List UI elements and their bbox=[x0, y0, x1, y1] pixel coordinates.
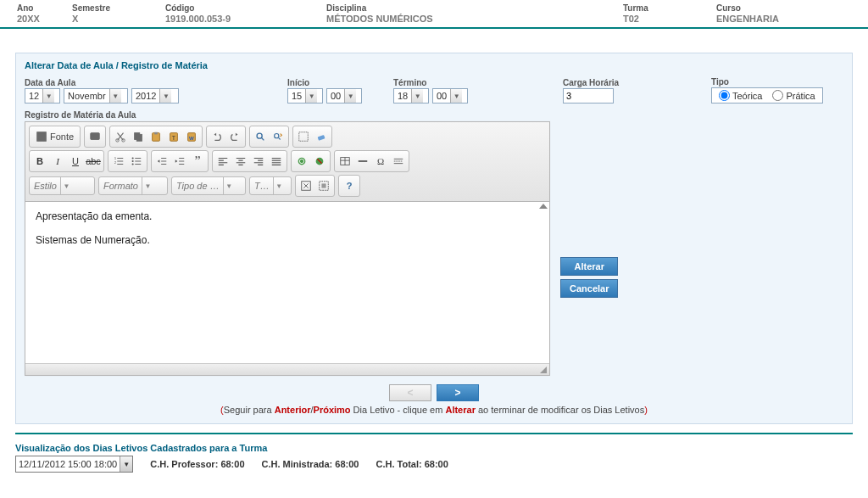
svg-rect-27 bbox=[321, 183, 326, 187]
select-format[interactable]: Formato▼ bbox=[98, 176, 168, 195]
value-codigo: 1919.000.053-9 bbox=[165, 13, 326, 24]
paste-word-icon[interactable]: W bbox=[183, 128, 200, 145]
select-termino-h[interactable]: 18▼ bbox=[393, 88, 429, 104]
numbered-list-icon[interactable]: 12 bbox=[110, 153, 127, 170]
hr-icon[interactable] bbox=[354, 153, 371, 170]
redo-icon[interactable] bbox=[226, 128, 243, 145]
select-day[interactable]: 12▼ bbox=[25, 88, 60, 104]
indent-icon[interactable] bbox=[171, 153, 188, 170]
showblocks-icon[interactable] bbox=[315, 177, 332, 194]
svg-point-14 bbox=[275, 134, 279, 138]
select-inicio-h[interactable]: 15▼ bbox=[287, 88, 323, 104]
edit-panel: Alterar Data de Aula / Registro de Matér… bbox=[15, 53, 853, 424]
svg-point-2 bbox=[93, 135, 95, 137]
find-icon[interactable] bbox=[252, 128, 269, 145]
select-month[interactable]: Novembr▼ bbox=[64, 88, 128, 104]
alterar-button[interactable]: Alterar bbox=[560, 257, 618, 276]
value-turma: T02 bbox=[623, 13, 716, 24]
chevron-down-icon: ▼ bbox=[109, 89, 121, 103]
source-button[interactable]: Fonte bbox=[31, 128, 78, 145]
select-termino-m[interactable]: 00▼ bbox=[432, 88, 468, 104]
navigation-hint: (Seguir para Anterior/Próximo Dia Letivo… bbox=[25, 405, 843, 415]
select-inicio-m[interactable]: 00▼ bbox=[326, 88, 362, 104]
label-data-aula: Data da Aula bbox=[25, 78, 287, 87]
radio-pratica[interactable]: Prática bbox=[772, 90, 815, 101]
svg-rect-8 bbox=[154, 132, 158, 135]
label-codigo: Código bbox=[165, 3, 326, 13]
select-font[interactable]: Tipo de …▼ bbox=[171, 176, 246, 195]
chevron-down-icon: ▼ bbox=[223, 177, 235, 194]
table-icon[interactable] bbox=[337, 153, 353, 170]
selectall-icon[interactable] bbox=[295, 128, 312, 145]
strike-icon[interactable]: abc bbox=[85, 153, 102, 170]
svg-rect-1 bbox=[91, 133, 100, 140]
label-semestre: Semestre bbox=[72, 3, 165, 13]
value-ano: 20XX bbox=[17, 13, 72, 24]
svg-point-19 bbox=[132, 157, 134, 159]
chevron-down-icon: ▼ bbox=[60, 177, 72, 194]
special-char-icon[interactable]: Ω bbox=[372, 153, 389, 170]
align-right-icon[interactable] bbox=[250, 153, 267, 170]
label-inicio: Início bbox=[287, 78, 393, 87]
maximize-icon[interactable] bbox=[298, 177, 314, 194]
outdent-icon[interactable] bbox=[153, 153, 170, 170]
svg-point-20 bbox=[132, 160, 134, 162]
svg-rect-16 bbox=[318, 135, 326, 141]
select-fontsize[interactable]: T…▼ bbox=[249, 176, 292, 195]
align-left-icon[interactable] bbox=[214, 153, 231, 170]
label-carga: Carga Horária bbox=[563, 78, 711, 87]
preview-icon[interactable] bbox=[86, 128, 103, 145]
eraser-icon[interactable] bbox=[313, 128, 330, 145]
svg-point-13 bbox=[257, 133, 262, 138]
select-year[interactable]: 2012▼ bbox=[131, 88, 179, 104]
editor-content-area[interactable]: Apresentação da ementa. Sistemas de Nume… bbox=[25, 202, 549, 363]
chevron-down-icon: ▼ bbox=[305, 89, 317, 103]
label-tipo: Tipo bbox=[711, 77, 843, 87]
label-termino: Término bbox=[393, 78, 563, 87]
bullet-list-icon[interactable] bbox=[128, 153, 145, 170]
editor-toolbar: Fonte T W bbox=[25, 122, 549, 202]
align-center-icon[interactable] bbox=[232, 153, 249, 170]
chevron-down-icon: ▼ bbox=[142, 177, 153, 194]
next-day-button[interactable]: > bbox=[437, 384, 479, 401]
cut-icon[interactable] bbox=[112, 128, 129, 145]
chevron-down-icon: ▼ bbox=[159, 89, 171, 103]
prev-day-button[interactable]: < bbox=[389, 384, 431, 401]
scroll-up-icon[interactable] bbox=[539, 204, 548, 209]
chevron-down-icon: ▼ bbox=[273, 177, 285, 194]
paste-text-icon[interactable]: T bbox=[165, 128, 182, 145]
about-icon[interactable]: ? bbox=[341, 177, 358, 194]
copy-icon[interactable] bbox=[130, 128, 147, 145]
label-registro: Registro de Matéria da Aula bbox=[25, 110, 843, 120]
ch-total: C.H. Total: 68:00 bbox=[376, 459, 448, 469]
bottom-section: Visualização dos Dias Letivos Cadastrado… bbox=[15, 443, 853, 473]
value-semestre: X bbox=[72, 13, 165, 24]
course-info-header: Ano Semestre Código Disciplina Turma Cur… bbox=[0, 0, 868, 25]
content-paragraph: Apresentação da ementa. bbox=[36, 210, 539, 222]
bold-icon[interactable]: B bbox=[31, 153, 48, 170]
blockquote-icon[interactable]: ” bbox=[189, 153, 206, 170]
editor-resize-handle[interactable] bbox=[25, 363, 549, 375]
underline-icon[interactable]: U bbox=[67, 153, 84, 170]
pagebreak-icon[interactable] bbox=[390, 153, 407, 170]
unlink-icon[interactable] bbox=[311, 153, 328, 170]
italic-icon[interactable]: I bbox=[49, 153, 66, 170]
rich-text-editor: Fonte T W bbox=[25, 121, 550, 376]
link-icon[interactable] bbox=[293, 153, 310, 170]
value-curso: ENGENHARIA bbox=[716, 13, 851, 24]
align-justify-icon[interactable] bbox=[268, 153, 285, 170]
chevron-down-icon: ▼ bbox=[120, 456, 132, 472]
chevron-down-icon: ▼ bbox=[450, 89, 462, 103]
ch-ministrada: C.H. Ministrada: 68:00 bbox=[262, 459, 359, 469]
svg-text:2: 2 bbox=[114, 160, 117, 165]
svg-text:T: T bbox=[172, 135, 176, 141]
paste-icon[interactable] bbox=[147, 128, 164, 145]
select-dia-letivo[interactable]: 12/11/2012 15:00 18:00 ▼ bbox=[15, 456, 133, 473]
select-style[interactable]: Estilo▼ bbox=[29, 176, 95, 195]
radio-teorica[interactable]: Teórica bbox=[719, 90, 762, 101]
replace-icon[interactable] bbox=[270, 128, 287, 145]
undo-icon[interactable] bbox=[209, 128, 225, 145]
input-carga-horaria[interactable] bbox=[563, 88, 614, 104]
cancelar-button[interactable]: Cancelar bbox=[560, 279, 618, 298]
value-disciplina: MÉTODOS NUMÉRICOS bbox=[326, 13, 623, 24]
